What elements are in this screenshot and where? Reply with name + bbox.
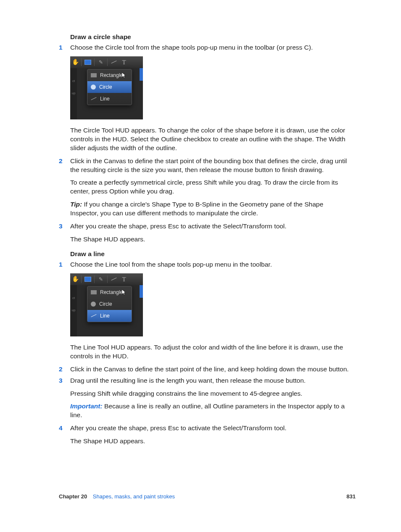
- paragraph: Pressing Shift while dragging constrains…: [70, 389, 353, 398]
- shape-tools-menu: Rectangle Circle Line: [87, 286, 132, 322]
- section-title-line: Draw a line: [70, 250, 353, 259]
- shape-tools-menu: Rectangle Circle Line: [87, 69, 132, 105]
- step-text: After you create the shape, press Esc to…: [70, 424, 353, 433]
- menu-item-rectangle[interactable]: Rectangle: [87, 286, 132, 298]
- menu-item-circle[interactable]: Circle: [87, 298, 132, 310]
- menu-item-label: Circle: [99, 301, 112, 307]
- circle-icon: [91, 85, 96, 90]
- separator: [94, 58, 95, 66]
- ui-screenshot-circle-menu: ✋ T ct up Rectangle: [70, 56, 143, 119]
- page-footer: Chapter 20 Shapes, masks, and paint stro…: [59, 493, 356, 500]
- step-1-line: 1 Choose the Line tool from the shape to…: [59, 260, 353, 269]
- step-text: Drag until the resulting line is the len…: [70, 376, 353, 385]
- paragraph: The Shape HUD appears.: [70, 437, 353, 446]
- step-1-circle: 1 Choose the Circle tool from the shape …: [59, 43, 353, 52]
- ui-left-label: up: [70, 308, 77, 313]
- step-number: 3: [59, 376, 70, 385]
- paragraph: To create a perfectly symmetrical circle…: [70, 178, 353, 196]
- step-number: 1: [59, 260, 70, 269]
- step-text: After you create the shape, press Esc to…: [70, 222, 353, 231]
- ui-left-label: ct: [70, 296, 77, 301]
- hand-tool-icon: ✋: [72, 275, 79, 283]
- step-number: 3: [59, 222, 70, 231]
- step-3-circle: 3 After you create the shape, press Esc …: [59, 222, 353, 231]
- separator: [94, 275, 95, 283]
- ui-toolbar: ✋ T: [70, 56, 143, 68]
- ui-screenshot-line-menu: ✋ T ct up Rectangle: [70, 273, 143, 336]
- step-2-circle: 2 Click in the Canvas to define the star…: [59, 157, 353, 175]
- ui-left-panel: ct up: [70, 285, 77, 336]
- section-title-circle: Draw a circle shape: [70, 33, 353, 42]
- text-tool-icon: T: [120, 275, 128, 283]
- step-number: 2: [59, 365, 70, 374]
- line-tool-icon: [110, 275, 118, 283]
- ui-right-edge: [140, 68, 143, 81]
- paragraph: The Circle Tool HUD appears. To change t…: [70, 126, 353, 153]
- important-label: Important:: [70, 402, 104, 410]
- tip-text: If you change a circle's Shape Type to B…: [70, 201, 323, 217]
- step-number: 2: [59, 157, 70, 175]
- shape-tool-icon: [84, 58, 92, 66]
- ui-left-label: up: [70, 91, 77, 96]
- chapter-link[interactable]: Shapes, masks, and paint strokes: [93, 493, 175, 500]
- chapter-label: Chapter 20: [59, 493, 87, 500]
- ui-left-label: ct: [70, 79, 77, 84]
- rectangle-icon: [91, 290, 97, 294]
- important-paragraph: Important: Because a line is really an o…: [70, 402, 353, 420]
- page-number: 831: [346, 493, 356, 500]
- line-icon: [91, 314, 96, 317]
- menu-item-line[interactable]: Line: [87, 93, 132, 105]
- ui-toolbar: ✋ T: [70, 273, 143, 285]
- line-icon: [91, 97, 96, 100]
- separator: [107, 275, 108, 283]
- paragraph: The Line Tool HUD appears. To adjust the…: [70, 343, 353, 361]
- circle-icon: [91, 302, 96, 307]
- menu-item-label: Rectangle: [100, 289, 123, 296]
- brush-tool-icon: [97, 58, 105, 66]
- important-text: Because a line is really an outline, all…: [70, 402, 345, 418]
- rectangle-icon: [91, 73, 97, 77]
- text-tool-icon: T: [120, 58, 128, 66]
- line-tool-icon: [110, 58, 118, 66]
- step-number: 1: [59, 43, 70, 52]
- separator: [107, 58, 108, 66]
- tip-paragraph: Tip: If you change a circle's Shape Type…: [70, 200, 353, 218]
- menu-item-label: Circle: [99, 84, 112, 90]
- brush-tool-icon: [97, 275, 105, 283]
- menu-item-line[interactable]: Line: [87, 310, 132, 322]
- step-text: Choose the Circle tool from the shape to…: [70, 43, 353, 52]
- separator: [81, 275, 82, 283]
- step-4-line: 4 After you create the shape, press Esc …: [59, 424, 353, 433]
- step-text: Click in the Canvas to define the start …: [70, 157, 353, 175]
- hand-tool-icon: ✋: [72, 58, 79, 66]
- paragraph: The Shape HUD appears.: [70, 235, 353, 244]
- step-number: 4: [59, 424, 70, 433]
- step-2-line: 2 Click in the Canvas to define the star…: [59, 365, 353, 374]
- ui-left-panel: ct up: [70, 68, 77, 119]
- tip-label: Tip:: [70, 201, 84, 208]
- step-3-line: 3 Drag until the resulting line is the l…: [59, 376, 353, 385]
- ui-right-edge: [140, 285, 143, 298]
- menu-item-label: Rectangle: [100, 72, 123, 79]
- menu-item-rectangle[interactable]: Rectangle: [87, 69, 132, 81]
- step-text: Click in the Canvas to define the start …: [70, 365, 353, 374]
- step-text: Choose the Line tool from the shape tool…: [70, 260, 353, 269]
- menu-item-label: Line: [100, 95, 110, 102]
- separator: [81, 58, 82, 66]
- menu-item-circle[interactable]: Circle: [87, 81, 132, 93]
- menu-item-label: Line: [100, 312, 110, 319]
- shape-tool-icon: [84, 275, 92, 283]
